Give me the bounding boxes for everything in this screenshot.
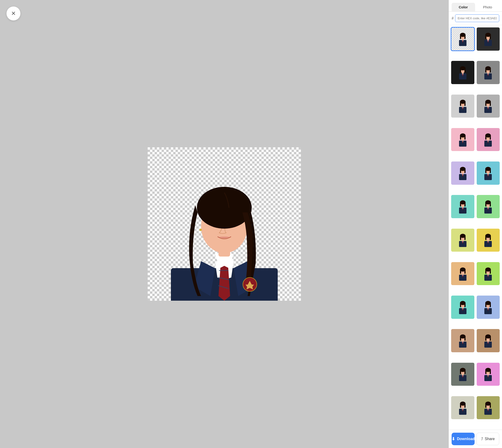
svg-rect-204 [490,404,491,408]
svg-rect-164 [464,336,466,341]
svg-rect-35 [460,68,461,73]
close-button[interactable]: ✕ [6,6,20,20]
color-swatch-15[interactable] [451,262,475,286]
share-button[interactable]: ⤴ Share [476,433,499,445]
color-swatch-10[interactable] [476,161,500,185]
svg-rect-147 [460,303,461,307]
svg-point-37 [461,70,462,70]
svg-point-78 [488,137,489,137]
svg-point-69 [461,137,462,137]
svg-point-118 [463,237,464,238]
color-swatch-6[interactable] [476,94,500,118]
svg-point-53 [461,103,462,104]
svg-point-205 [487,405,487,405]
photo-container [148,147,301,301]
share-label: Share [485,437,495,441]
svg-point-117 [461,237,462,238]
mini-person-20 [483,334,494,348]
svg-point-70 [463,137,464,137]
color-swatch-4[interactable] [476,60,500,85]
svg-rect-20 [464,35,466,39]
color-swatch-16[interactable] [476,262,500,286]
svg-rect-67 [460,135,461,140]
svg-rect-124 [490,236,491,240]
hex-input[interactable] [455,15,499,22]
svg-rect-156 [490,303,491,307]
svg-point-93 [487,170,487,171]
svg-rect-108 [490,202,491,207]
svg-point-189 [487,371,487,372]
svg-point-46 [488,70,489,70]
color-swatch-12[interactable] [476,194,500,219]
svg-rect-140 [490,270,491,274]
color-swatch-7[interactable] [451,128,475,152]
svg-point-158 [488,304,489,305]
tab-color[interactable]: Color [452,3,475,11]
color-swatch-11[interactable] [451,194,475,219]
svg-point-166 [463,338,464,338]
svg-point-165 [461,338,462,338]
color-swatch-3[interactable] [451,60,475,85]
color-swatch-21[interactable] [451,362,475,386]
color-swatch-9[interactable] [451,161,475,185]
svg-rect-123 [485,236,487,240]
mini-person-16 [483,267,494,281]
svg-point-62 [488,103,489,104]
svg-rect-27 [485,35,487,39]
mini-person-15 [457,267,468,281]
color-swatch-14[interactable] [476,228,500,252]
svg-rect-203 [485,404,487,408]
svg-point-109 [487,204,487,205]
color-swatch-17[interactable] [451,295,475,319]
color-swatch-23[interactable] [451,396,475,420]
svg-point-126 [488,237,489,238]
svg-point-141 [487,271,487,272]
svg-point-181 [461,371,462,372]
svg-rect-132 [464,270,466,274]
color-swatch-2[interactable] [476,27,500,51]
svg-rect-43 [485,68,487,73]
download-label: Download [457,437,475,441]
tab-photo[interactable]: Photo [476,3,500,11]
color-swatch-8[interactable] [476,128,500,152]
mini-person-7 [457,133,468,147]
mini-person-18 [483,300,494,314]
mini-person-23 [457,401,468,415]
mini-person-6 [483,99,494,113]
mini-person-14 [483,233,494,247]
hex-input-row: # [449,12,502,25]
svg-rect-59 [485,102,487,106]
mini-person-10 [483,166,494,180]
color-swatch-19[interactable] [451,329,475,353]
svg-rect-116 [464,236,466,240]
svg-point-157 [487,304,487,305]
svg-rect-195 [460,404,461,408]
color-swatch-18[interactable] [476,295,500,319]
svg-point-206 [488,405,489,405]
svg-rect-187 [485,370,487,374]
color-grid [449,25,502,430]
svg-point-85 [461,170,462,171]
svg-rect-91 [485,169,487,173]
svg-point-61 [487,103,487,104]
svg-point-133 [461,271,462,272]
share-icon: ⤴ [481,437,483,441]
svg-rect-44 [490,68,491,73]
color-swatch-24[interactable] [476,396,500,420]
svg-point-11 [199,229,202,231]
svg-rect-19 [460,35,461,39]
mini-person-21 [457,367,468,381]
svg-point-190 [488,371,489,372]
download-icon: ⬇ [452,436,455,442]
color-swatch-22[interactable] [476,362,500,386]
color-swatch-5[interactable] [451,94,475,118]
mini-person-9 [457,166,468,180]
color-swatch-13[interactable] [451,228,475,252]
color-swatch-1[interactable] [451,27,475,51]
svg-point-45 [487,70,487,70]
svg-rect-131 [460,270,461,274]
color-swatch-20[interactable] [476,329,500,353]
svg-rect-139 [485,270,487,274]
mini-person-12 [483,200,494,214]
download-button[interactable]: ⬇ Download [452,433,475,445]
